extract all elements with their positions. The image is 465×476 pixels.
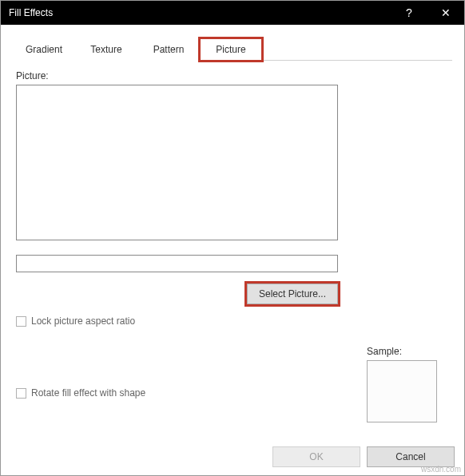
lock-aspect-row[interactable]: Lock picture aspect ratio [16, 315, 449, 327]
tabstrip: Gradient Texture Pattern Picture [13, 38, 452, 61]
ok-button: OK [272, 446, 360, 467]
sample-preview [367, 360, 437, 422]
tab-pattern[interactable]: Pattern [137, 38, 200, 61]
dialog-title: Fill Effects [9, 7, 391, 18]
picture-label: Picture: [16, 70, 449, 81]
sample-label: Sample: [367, 346, 443, 357]
select-picture-button[interactable]: Select Picture... [247, 284, 338, 304]
tab-picture[interactable]: Picture [200, 38, 262, 61]
watermark: wsxdn.com [421, 465, 461, 474]
rotate-fill-label: Rotate fill effect with shape [31, 387, 145, 399]
sample-area: Sample: [367, 346, 443, 422]
rotate-fill-checkbox[interactable] [16, 388, 26, 399]
picture-preview [16, 85, 338, 240]
dialog-window: Fill Effects ? ✕ Gradient Texture Patter… [0, 0, 465, 476]
help-button[interactable]: ? [391, 1, 427, 25]
select-picture-row: Select Picture... [16, 284, 338, 304]
picture-name-field [16, 255, 338, 272]
titlebar: Fill Effects ? ✕ [1, 1, 464, 25]
dialog-content: Gradient Texture Pattern Picture Picture… [1, 25, 464, 399]
tab-gradient[interactable]: Gradient [13, 38, 75, 61]
lock-aspect-label: Lock picture aspect ratio [31, 315, 135, 327]
lock-aspect-checkbox[interactable] [16, 316, 26, 327]
close-button[interactable]: ✕ [427, 1, 464, 25]
tab-texture[interactable]: Texture [75, 38, 137, 61]
